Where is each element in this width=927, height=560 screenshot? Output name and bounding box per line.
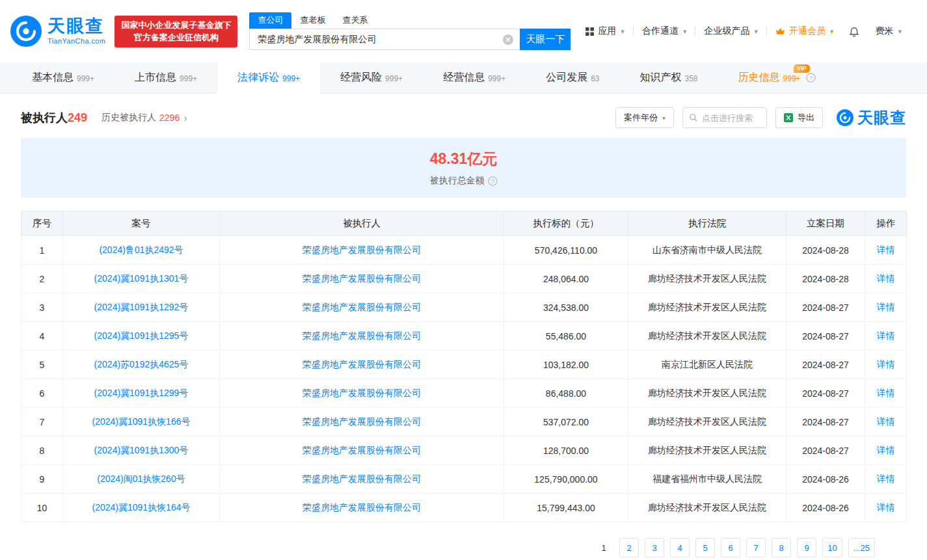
col-action: 操作 [865,211,907,236]
table-row: 5 (2024)苏0192执4625号 荣盛房地产发展股份有限公司 103,18… [21,351,907,379]
table-row: 2 (2024)冀1091执1301号 荣盛房地产发展股份有限公司 248,06… [21,265,907,293]
tab-legal-proceedings[interactable]: 法律诉讼 999+ [217,62,320,94]
row-court: 廊坊经济技术开发区人民法院 [628,322,786,351]
person-link[interactable]: 荣盛房地产发展股份有限公司 [302,388,421,398]
section-title: 被执行人 [21,110,68,126]
svg-text:?: ? [491,178,494,184]
row-seq: 7 [21,408,63,436]
detail-link[interactable]: 详情 [877,388,895,398]
detail-link[interactable]: 详情 [877,445,895,455]
person-link[interactable]: 荣盛房地产发展股份有限公司 [302,302,421,312]
brand-name: 天眼查 [47,18,105,35]
tab-count: 999+ [783,74,801,83]
detail-link[interactable]: 详情 [877,359,895,369]
person-link[interactable]: 荣盛房地产发展股份有限公司 [302,273,421,284]
case-number-link[interactable]: (2024)苏0192执4625号 [94,359,189,369]
tab-business-info[interactable]: 经营信息 999+ [423,62,526,93]
nav-cooperation[interactable]: 合作通道 [634,25,695,37]
help-icon[interactable]: ? [806,73,816,83]
pagination-page[interactable]: 10 [822,538,842,557]
history-enforced-link[interactable]: 历史被执行人 2296 [101,112,187,124]
case-number-link[interactable]: (2024)冀1091执1301号 [94,273,189,284]
tianyancha-logo[interactable]: 天眼查 TianYanCha.com [10,16,105,47]
nav-enterprise-products[interactable]: 企业级产品 [695,25,766,37]
tab-listing-info[interactable]: 上市信息 999+ [114,62,217,93]
nav-apps[interactable]: 应用 [577,25,633,37]
search-input-wrap [249,29,520,50]
pagination-page[interactable]: 9 [797,538,816,557]
search-area: 查公司 查老板 查关系 天眼一下 [249,12,571,50]
row-amount: 537,072.00 [504,408,628,436]
tab-company-development[interactable]: 公司发展 63 [526,62,619,93]
case-number-link[interactable]: (2024)冀1091执1295号 [94,330,189,341]
pagination-page[interactable]: 4 [670,538,690,557]
col-amount: 执行标的（元） [504,211,628,236]
case-number-link[interactable]: (2024)冀1091执1300号 [94,445,189,455]
table-row: 7 (2024)冀1091执恢166号 荣盛房地产发展股份有限公司 537,07… [21,408,907,436]
detail-link[interactable]: 详情 [877,330,895,341]
case-number-link[interactable]: (2024)冀1091执恢164号 [92,502,191,513]
detail-link[interactable]: 详情 [877,502,895,513]
case-number-link[interactable]: (2024)闽01执恢260号 [97,473,185,484]
pagination-page[interactable]: 6 [721,538,740,557]
case-year-label: 案件年份 [624,112,658,124]
person-link[interactable]: 荣盛房地产发展股份有限公司 [302,359,421,369]
tab-label: 上市信息 [135,71,176,85]
row-seq: 9 [21,465,63,494]
search-tab-boss[interactable]: 查老板 [291,12,334,29]
case-year-filter[interactable]: 案件年份 [615,107,674,128]
section-controls: 案件年份 导出 [615,107,906,128]
pagination-page[interactable]: 5 [695,538,715,557]
tab-count: 999+ [488,74,505,83]
person-link[interactable]: 荣盛房地产发展股份有限公司 [302,445,421,455]
person-link[interactable]: 荣盛房地产发展股份有限公司 [302,245,421,255]
excel-export-icon [784,113,793,122]
tianyancha-logo-icon [10,16,42,47]
row-date: 2024-08-27 [786,351,865,379]
detail-link[interactable]: 详情 [877,245,895,255]
pagination: 1 2 3 4 5 6 7 8 9 10 ...25 [0,538,875,557]
nav-enterprise-label: 企业级产品 [704,25,749,37]
detail-link[interactable]: 详情 [877,416,895,427]
nav-open-vip[interactable]: 开通会员 [767,25,842,37]
tab-label: 经营信息 [443,71,485,85]
table-search-input[interactable] [702,113,759,123]
row-date: 2024-08-27 [786,436,865,465]
detail-link[interactable]: 详情 [877,273,895,284]
person-link[interactable]: 荣盛房地产发展股份有限公司 [302,416,421,427]
pagination-page[interactable]: 8 [772,538,791,557]
tab-business-risk[interactable]: 经营风险 999+ [320,62,423,93]
person-link[interactable]: 荣盛房地产发展股份有限公司 [302,330,421,341]
pagination-page[interactable]: 7 [746,538,766,557]
pagination-page[interactable]: 2 [619,538,639,557]
help-icon[interactable]: ? [488,176,498,186]
row-date: 2024-08-27 [786,408,865,436]
person-link[interactable]: 荣盛房地产发展股份有限公司 [302,502,421,513]
pagination-page[interactable]: 3 [645,538,664,557]
export-button[interactable]: 导出 [775,107,823,128]
table-search-box[interactable] [682,107,767,128]
pagination-last-page[interactable]: ...25 [848,538,875,557]
section-count: 249 [68,111,87,125]
tab-intellectual-property[interactable]: 知识产权 358 [620,62,718,93]
person-link[interactable]: 荣盛房地产发展股份有限公司 [302,473,421,484]
clear-input-icon[interactable] [503,34,513,45]
case-number-link[interactable]: (2024)冀1091执1292号 [94,302,189,312]
detail-link[interactable]: 详情 [877,302,895,312]
detail-link[interactable]: 详情 [877,473,895,484]
search-tab-company[interactable]: 查公司 [249,12,291,29]
nav-user-account[interactable]: 费米 [867,25,910,37]
notification-bell-icon[interactable] [842,25,867,37]
vip-tag: VIP [794,64,810,73]
case-number-link[interactable]: (2024)鲁01执2492号 [99,245,183,255]
search-tab-relation[interactable]: 查关系 [334,12,376,29]
svg-text:?: ? [809,75,813,81]
company-search-input[interactable] [250,34,520,45]
row-amount: 128,700.00 [504,436,628,465]
tab-basic-info[interactable]: 基本信息 999+ [12,62,114,93]
search-icon [689,113,698,122]
case-number-link[interactable]: (2024)冀1091执1299号 [94,388,189,398]
case-number-link[interactable]: (2024)冀1091执恢166号 [92,416,191,427]
tab-history-info[interactable]: VIP 历史信息 999+ ? [718,62,836,93]
search-button[interactable]: 天眼一下 [520,29,571,50]
